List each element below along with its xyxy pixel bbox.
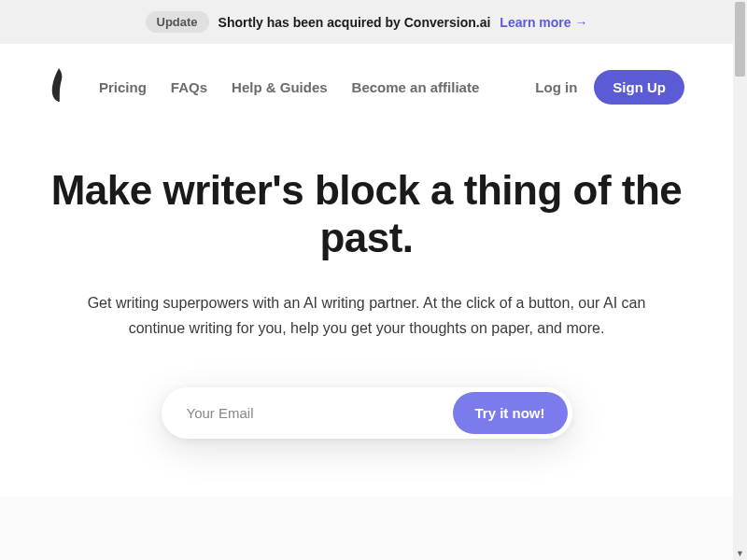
announcement-banner: Update Shortly has been acquired by Conv… [0, 0, 733, 44]
learn-more-link[interactable]: Learn more → [500, 15, 587, 30]
try-it-now-button[interactable]: Try it now! [453, 392, 568, 434]
bottom-section [0, 497, 733, 560]
update-badge: Update [146, 11, 209, 33]
email-input[interactable] [166, 392, 453, 434]
feather-logo-icon[interactable] [49, 66, 69, 107]
banner-message: Shortly has been acquired by Conversion.… [218, 15, 491, 30]
nav-help-guides[interactable]: Help & Guides [232, 79, 328, 95]
nav-faqs[interactable]: FAQs [171, 79, 207, 95]
nav-links-group: Pricing FAQs Help & Guides Become an aff… [99, 79, 535, 95]
email-signup-form: Try it now! [162, 387, 572, 439]
scrollbar-thumb[interactable] [735, 2, 745, 77]
signup-button[interactable]: Sign Up [594, 70, 684, 105]
nav-pricing[interactable]: Pricing [99, 79, 147, 95]
login-link[interactable]: Log in [535, 79, 577, 95]
hero-title: Make writer's block a thing of the past. [47, 167, 686, 261]
scrollbar-down-arrow-icon[interactable]: ▼ [733, 546, 747, 560]
scrollbar-track[interactable]: ▼ [733, 0, 747, 560]
hero-section: Make writer's block a thing of the past.… [0, 130, 733, 439]
hero-subtitle: Get writing superpowers with an AI writi… [68, 291, 666, 341]
nav-auth-group: Log in Sign Up [535, 70, 684, 105]
nav-affiliate[interactable]: Become an affiliate [352, 79, 480, 95]
main-nav: Pricing FAQs Help & Guides Become an aff… [0, 44, 733, 130]
